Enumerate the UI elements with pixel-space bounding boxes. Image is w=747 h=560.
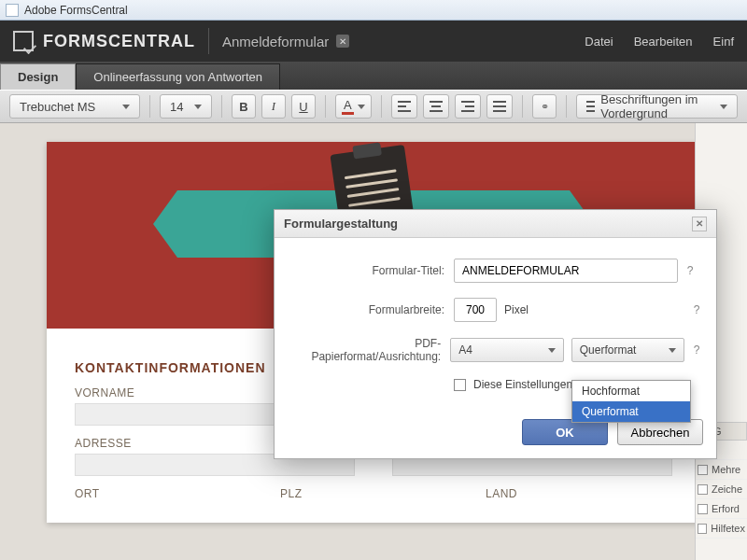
orientation-value: Querformat (580, 343, 637, 357)
dialog-close-button[interactable]: ✕ (692, 217, 707, 231)
help-button[interactable]: ? (684, 264, 697, 277)
checkbox-save-defaults[interactable] (454, 379, 466, 391)
label-form-title: Formular-Titel: (288, 264, 454, 277)
option-portrait[interactable]: Hochformat (572, 381, 690, 401)
help-button[interactable]: ? (690, 343, 703, 357)
input-form-title[interactable] (454, 259, 678, 283)
ok-button[interactable]: OK (522, 419, 608, 445)
paper-size-value: A4 (458, 343, 472, 357)
label-paper-format: PDF-Papierformat/Ausrichtung: (288, 337, 450, 363)
dialog-backdrop: Formulargestaltung ✕ Formular-Titel: ? F… (0, 0, 747, 560)
chevron-down-icon (669, 348, 676, 353)
select-orientation[interactable]: Querformat (571, 338, 685, 362)
select-paper-size[interactable]: A4 (450, 338, 564, 362)
dialog-title: Formulargestaltung (284, 217, 398, 231)
orientation-dropdown: Hochformat Querformat (571, 380, 691, 423)
help-button[interactable]: ? (690, 303, 703, 316)
option-landscape[interactable]: Querformat (572, 401, 690, 422)
label-form-width: Formularbreite: (288, 303, 454, 316)
dialog-titlebar: Formulargestaltung ✕ (275, 210, 716, 238)
cancel-button[interactable]: Abbrechen (617, 419, 703, 445)
width-unit: Pixel (504, 303, 529, 316)
chevron-down-icon (548, 348, 556, 353)
input-form-width[interactable] (454, 298, 497, 322)
